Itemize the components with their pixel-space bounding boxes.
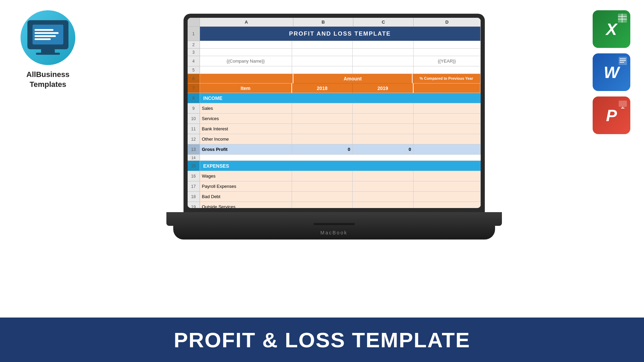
logo-area: AllBusiness Templates: [10, 10, 86, 89]
row-4-company: 4 {{Company Name}} {{YEAR}}: [188, 56, 481, 66]
other-income-label: Other Income: [200, 134, 292, 144]
row-9-num: 9: [188, 103, 200, 114]
header-item-cell: [200, 74, 294, 83]
row-17-num: 17: [188, 181, 200, 192]
header-pct-label-bot: [414, 83, 480, 93]
logo-text: AllBusiness Templates: [26, 70, 70, 89]
logo-line-1: [35, 29, 53, 31]
bank-interest-label: Bank Interest: [200, 124, 292, 134]
row-8-num: 8: [188, 93, 200, 103]
bottom-banner-text: PROFIT & LOSS TEMPLATE: [174, 328, 470, 352]
row-12-other: 12 Other Income: [188, 134, 481, 144]
row-16-num: 16: [188, 171, 200, 181]
row-6-orange-top: 6 Amount % Compared to Previous Year: [188, 74, 481, 83]
col-headers: A B C D: [188, 18, 481, 27]
title-cell: PROFIT AND LOSS TEMPLATE: [200, 27, 481, 41]
row-11-bank: 11 Bank Interest: [188, 124, 481, 134]
laptop-screen: A B C D 1 PROFIT AND LOSS TEMPLATE 2: [188, 18, 481, 208]
gross-profit-label: Gross Profit: [200, 144, 292, 155]
col-header-c: C: [353, 18, 414, 27]
excel-table-icon: [617, 13, 628, 23]
row-5-num: 5: [188, 66, 200, 74]
row-5: 5: [188, 66, 481, 74]
row-11-num: 11: [188, 124, 200, 134]
row-13-num: 13: [188, 144, 200, 155]
excel-letter: X: [606, 20, 617, 39]
ppt-letter: P: [606, 106, 617, 125]
year-cell: {{YEAR}}: [414, 56, 481, 66]
header-year1-label: 2018: [292, 83, 353, 93]
row-3-num: 3: [188, 49, 200, 56]
row-2: 2: [188, 41, 481, 49]
row-7-num: 7: [188, 83, 200, 93]
logo-base: [36, 53, 60, 55]
bad-debt-label: Bad Debt: [200, 192, 292, 202]
row-13-gross-profit: 13 Gross Profit 0 0: [188, 144, 481, 155]
row-8-income: 8 INCOME: [188, 93, 481, 103]
row-14-num: 14: [188, 155, 200, 161]
row-16-wages: 16 Wages: [188, 171, 481, 181]
row-15-num: 15: [188, 161, 200, 171]
services-label: Services: [200, 114, 292, 124]
row-14-spacer: 14: [188, 155, 481, 161]
row-9-sales: 9 Sales: [188, 103, 481, 114]
row-12-num: 12: [188, 134, 200, 144]
payroll-label: Payroll Expenses: [200, 181, 292, 192]
header-item-label: Item: [200, 83, 292, 93]
outside-services-label: Outside Services: [200, 202, 292, 208]
sales-label: Sales: [200, 103, 292, 114]
row-6-num: 6: [188, 74, 200, 83]
spreadsheet: A B C D 1 PROFIT AND LOSS TEMPLATE 2: [188, 18, 481, 208]
logo-line-2: [35, 32, 59, 34]
bottom-banner: PROFIT & LOSS TEMPLATE: [0, 318, 644, 362]
excel-icon: X: [593, 10, 630, 48]
logo-circle: [21, 10, 75, 65]
svg-rect-8: [619, 101, 627, 107]
row-7-orange-bot: 7 Item 2018 2019: [188, 83, 481, 93]
logo-line-3: [35, 35, 56, 37]
laptop-container: A B C D 1 PROFIT AND LOSS TEMPLATE 2: [92, 3, 576, 250]
laptop: A B C D 1 PROFIT AND LOSS TEMPLATE 2: [166, 14, 502, 240]
col-header-a: A: [200, 18, 293, 27]
header-amount-label: Amount: [293, 74, 413, 83]
logo-line-4: [35, 38, 51, 40]
row-4-num: 4: [188, 56, 200, 66]
word-lines-icon: [618, 56, 628, 66]
logo-screen: [33, 25, 63, 44]
row-3: 3: [188, 49, 481, 56]
right-icons-panel: X W P: [593, 10, 630, 134]
svg-rect-0: [618, 14, 627, 23]
row-num-header: [188, 18, 200, 27]
row-2-num: 2: [188, 41, 200, 49]
header-pct-label-top: % Compared to Previous Year: [413, 74, 480, 83]
ppt-icon: P: [593, 96, 630, 134]
logo-laptop-body: [27, 20, 68, 49]
row-1-title: 1 PROFIT AND LOSS TEMPLATE: [188, 27, 481, 41]
row-1-num: 1: [188, 27, 200, 41]
gross-profit-val1: 0: [292, 144, 353, 155]
row-19-outside: 19 Outside Services: [188, 202, 481, 208]
logo-stand: [41, 49, 55, 53]
laptop-screen-outer: A B C D 1 PROFIT AND LOSS TEMPLATE 2: [184, 14, 485, 212]
row-18-num: 18: [188, 192, 200, 202]
row-15-expenses: 15 EXPENSES: [188, 161, 481, 171]
word-letter: W: [604, 63, 619, 82]
income-label: INCOME: [200, 93, 481, 103]
expenses-label: EXPENSES: [200, 161, 481, 171]
word-icon: W: [593, 53, 630, 91]
header-year2-label: 2019: [353, 83, 414, 93]
wages-label: Wages: [200, 171, 292, 181]
row-18-bad-debt: 18 Bad Debt: [188, 192, 481, 202]
laptop-bottom: MacBook: [173, 225, 495, 240]
col-header-d: D: [414, 18, 480, 27]
row-17-payroll: 17 Payroll Expenses: [188, 181, 481, 192]
ppt-slide-icon: [618, 99, 628, 109]
row-10-services: 10 Services: [188, 114, 481, 124]
gross-profit-val2: 0: [353, 144, 414, 155]
col-header-b: B: [293, 18, 354, 27]
company-name-cell: {{Company Name}}: [200, 56, 292, 66]
row-10-num: 10: [188, 114, 200, 124]
row-19-num: 19: [188, 202, 200, 208]
macbook-label: MacBook: [320, 230, 348, 235]
